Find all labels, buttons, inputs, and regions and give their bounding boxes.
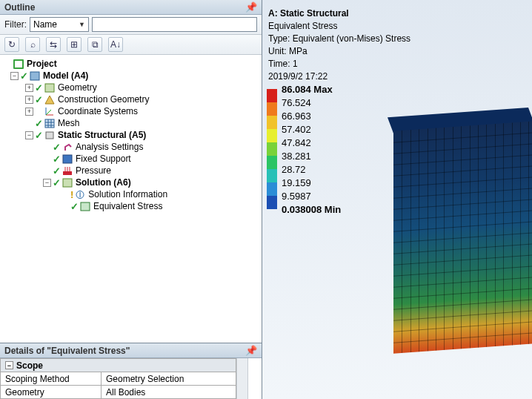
- svg-rect-8: [45, 119, 54, 128]
- tree-model[interactable]: − ✓ Model (A4): [0, 70, 262, 82]
- graphics-viewport[interactable]: A: Static Structural Equivalent Stress T…: [262, 0, 532, 399]
- expander-icon[interactable]: +: [25, 96, 33, 104]
- details-row-value[interactable]: Geometry Selection: [102, 372, 236, 386]
- filter-icon[interactable]: ⌕: [25, 37, 40, 52]
- legend-label: 28.72: [282, 164, 306, 175]
- details-title-bar: Details of "Equivalent Stress" 📌: [0, 343, 262, 358]
- tree-label: Model (A4): [43, 70, 88, 81]
- copy-icon[interactable]: ⧉: [87, 37, 102, 52]
- tree-construction-geometry[interactable]: + ✓ Construction Geometry: [0, 93, 262, 105]
- transfer-icon[interactable]: ⇆: [46, 37, 61, 52]
- legend-label: 76.524: [282, 97, 311, 108]
- result-name: Equivalent Stress: [268, 20, 410, 33]
- tree-equivalent-stress[interactable]: ✓ Equivalent Stress: [0, 200, 262, 212]
- svg-rect-13: [46, 132, 53, 139]
- tree-label: Fixed Support: [76, 154, 131, 164]
- solution-info-icon: i: [74, 189, 86, 200]
- svg-marker-4: [45, 96, 54, 104]
- geometry-icon: [44, 82, 56, 93]
- tree-project[interactable]: Project: [0, 58, 262, 70]
- result-type: Type: Equivalent (von-Mises) Stress: [268, 33, 410, 45]
- legend-swatch: [267, 196, 277, 209]
- mesh-icon: [44, 118, 56, 128]
- tree-label: Construction Geometry: [58, 94, 149, 105]
- check-icon: ✓: [35, 82, 43, 93]
- tree-label: Static Structural (A5): [58, 130, 146, 140]
- legend-swatch: [267, 116, 277, 129]
- filter-row: Filter: Name ▼: [0, 15, 262, 35]
- legend-label: 86.084 Max: [282, 84, 333, 95]
- legend-label: 38.281: [282, 151, 311, 162]
- tree-label: Analysis Settings: [76, 142, 143, 152]
- svg-line-7: [46, 110, 51, 115]
- refresh-icon[interactable]: ↻: [4, 37, 19, 52]
- tree-label: Mesh: [58, 118, 79, 128]
- expand-icon[interactable]: ⊞: [67, 37, 82, 52]
- details-panel: Details of "Equivalent Stress" 📌 − Scope…: [0, 343, 262, 399]
- table-row[interactable]: Geometry All Bodies: [1, 386, 236, 399]
- tree-solution[interactable]: − ✓ Solution (A6): [0, 177, 262, 188]
- svg-rect-22: [81, 202, 90, 211]
- expander-icon[interactable]: −: [43, 179, 51, 187]
- model-render[interactable]: [393, 121, 532, 353]
- sort-icon[interactable]: A↓: [108, 37, 123, 52]
- details-body: − Scope Scoping Method Geometry Selectio…: [0, 358, 262, 399]
- project-icon: [13, 59, 24, 69]
- tree-static-structural[interactable]: − ✓ Static Structural (A5): [0, 129, 262, 141]
- tree-coord-sys[interactable]: + ✓ Coordinate Systems: [0, 105, 262, 117]
- check-icon: ✓: [53, 154, 61, 165]
- check-icon: ✓: [53, 165, 61, 177]
- tree-mesh[interactable]: ✓ Mesh: [0, 117, 262, 129]
- details-group-label: Scope: [16, 360, 43, 371]
- filter-input[interactable]: [92, 17, 257, 32]
- tree-pressure[interactable]: ✓ Pressure: [0, 165, 262, 177]
- table-row[interactable]: Scoping Method Geometry Selection: [1, 372, 236, 386]
- expander-icon[interactable]: −: [10, 72, 19, 80]
- legend-label: 47.842: [282, 137, 311, 148]
- tree-geometry[interactable]: + ✓ Geometry: [0, 82, 262, 93]
- legend-bar: [267, 89, 277, 222]
- tree-solution-information[interactable]: ! i Solution Information: [0, 188, 262, 200]
- legend-swatch: [267, 156, 277, 169]
- details-title: Details of "Equivalent Stress": [4, 346, 130, 356]
- collapse-icon[interactable]: −: [5, 361, 13, 369]
- equivalent-stress-icon: [79, 201, 91, 211]
- check-icon: ✓: [35, 94, 43, 105]
- solution-icon: [61, 177, 73, 188]
- tree-analysis-settings[interactable]: ✓ Analysis Settings: [0, 141, 262, 153]
- legend-label: 0.038008 Min: [282, 204, 341, 215]
- svg-rect-1: [15, 61, 22, 67]
- legend-swatch: [267, 142, 277, 156]
- tree-label: Solution Information: [88, 189, 167, 200]
- svg-rect-2: [30, 72, 39, 80]
- details-row-value[interactable]: All Bodies: [102, 386, 236, 399]
- filter-label: Filter:: [4, 19, 27, 30]
- tree-fixed-support[interactable]: ✓ Fixed Support: [0, 153, 262, 165]
- pin-icon[interactable]: 📌: [245, 1, 257, 13]
- result-unit: Unit: MPa: [268, 45, 410, 58]
- fixed-support-icon: [61, 154, 73, 164]
- tree-label: Coordinate Systems: [58, 106, 138, 116]
- filter-select[interactable]: Name ▼: [30, 17, 89, 32]
- construction-geometry-icon: [44, 94, 56, 105]
- details-scrollbar[interactable]: [236, 358, 248, 399]
- legend-swatch: [267, 89, 277, 102]
- outline-toolbar: ↻ ⌕ ⇆ ⊞ ⧉ A↓: [0, 35, 262, 55]
- static-structural-icon: [44, 130, 56, 140]
- pin-icon[interactable]: 📌: [245, 345, 257, 356]
- details-group-header[interactable]: − Scope: [1, 359, 236, 372]
- details-row-label: Scoping Method: [1, 372, 102, 386]
- svg-rect-19: [63, 179, 72, 187]
- model-front-face: [393, 121, 532, 353]
- expander-icon[interactable]: −: [25, 131, 33, 139]
- expander-icon[interactable]: +: [25, 108, 33, 116]
- tree-label: Project: [27, 59, 57, 69]
- outline-title: Outline: [4, 2, 35, 13]
- details-row-label: Geometry: [1, 386, 102, 399]
- expander-icon[interactable]: +: [25, 84, 33, 92]
- tree-label: Pressure: [76, 165, 111, 176]
- outline-top: Outline 📌 Filter: Name ▼ ↻ ⌕ ⇆ ⊞ ⧉ A↓: [0, 0, 262, 343]
- tree-label: Geometry: [58, 82, 97, 93]
- svg-rect-15: [63, 171, 72, 175]
- legend-swatch: [267, 129, 277, 142]
